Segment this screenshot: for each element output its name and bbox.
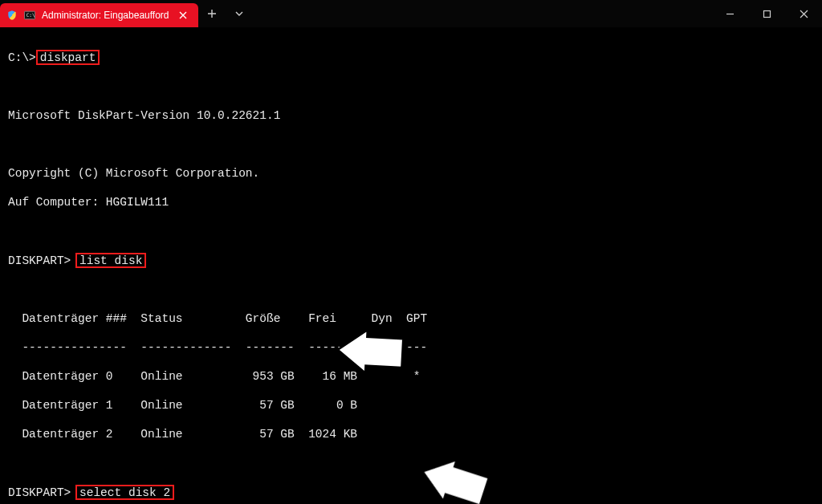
window-controls — [711, 0, 822, 27]
chevron-down-icon — [234, 8, 245, 19]
computer-line: Auf Computer: HGGILW111 — [8, 195, 814, 209]
tab-close-button[interactable] — [176, 8, 190, 22]
tab-title: Administrator: Eingabeaufford — [42, 10, 169, 21]
new-tab-button[interactable] — [198, 0, 226, 27]
prompt-diskpart: DISKPART> — [8, 254, 78, 267]
cmd-list-disk: list disk — [75, 253, 146, 268]
diskpart-version: Microsoft DiskPart-Version 10.0.22621.1 — [8, 108, 814, 123]
plus-icon — [206, 8, 218, 19]
close-window-button[interactable] — [785, 0, 822, 27]
cmd-diskpart: diskpart — [36, 50, 100, 65]
shield-icon — [6, 10, 18, 21]
terminal-icon: C:\ — [24, 10, 35, 20]
svg-text:C:\: C:\ — [26, 12, 35, 18]
disk-table-sep: --------------- ------------- ------- --… — [8, 340, 814, 355]
disk-table-row: Datenträger 1 Online 57 GB 0 B — [8, 398, 814, 413]
terminal-output[interactable]: C:\>diskpart Microsoft DiskPart-Version … — [0, 27, 822, 504]
maximize-icon — [763, 10, 771, 18]
copyright-line: Copyright (C) Microsoft Corporation. — [8, 166, 814, 181]
prompt-diskpart: DISKPART> — [8, 486, 78, 499]
maximize-button[interactable] — [748, 0, 785, 27]
prompt-c: C:\> — [8, 51, 36, 64]
titlebar: C:\ Administrator: Eingabeaufford — [0, 0, 822, 27]
disk-table-row: Datenträger 0 Online 953 GB 16 MB * — [8, 369, 814, 384]
cmd-select-disk: select disk 2 — [75, 485, 174, 500]
active-tab[interactable]: C:\ Administrator: Eingabeaufford — [0, 3, 198, 27]
svg-rect-2 — [763, 10, 770, 17]
close-window-icon — [800, 10, 808, 18]
tab-dropdown-button[interactable] — [226, 0, 253, 27]
disk-table-header: Datenträger ### Status Größe Frei Dyn GP… — [8, 311, 814, 326]
disk-table-row: Datenträger 2 Online 57 GB 1024 KB — [8, 427, 814, 441]
minimize-button[interactable] — [711, 0, 748, 27]
minimize-icon — [726, 10, 735, 18]
